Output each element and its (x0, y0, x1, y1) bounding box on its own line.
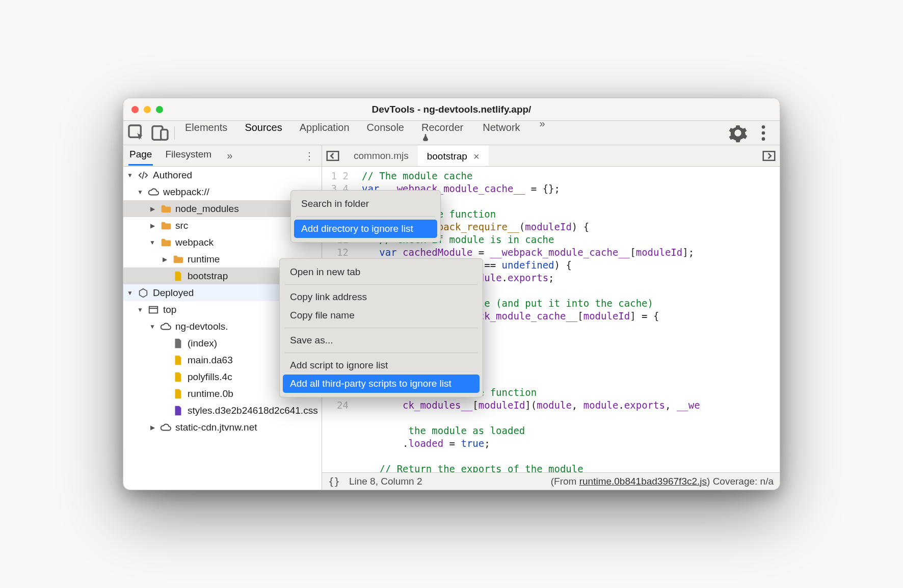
ctx-separator (285, 328, 477, 328)
cloud-icon (160, 321, 171, 332)
editor-tabstrip: common.mjs bootstrap × (322, 145, 780, 167)
navigator-tabs: Page Filesystem » ⋮ (123, 145, 322, 167)
tab-recorder[interactable]: Recorder (420, 118, 466, 148)
tree-label: runtime (188, 254, 220, 265)
tab-sources[interactable]: Sources (244, 118, 283, 148)
folder-icon (160, 237, 171, 248)
chevron-right-icon (149, 222, 156, 229)
ctx-save-as[interactable]: Save as... (283, 331, 480, 350)
more-tabs-button[interactable]: » (537, 118, 548, 148)
frame-icon (148, 304, 159, 315)
main-toolbar: Elements Sources Application Console Rec… (123, 121, 780, 145)
chevron-down-icon (126, 172, 134, 179)
tab-recorder-label: Recorder (421, 122, 463, 133)
chevron-down-icon (126, 289, 134, 297)
js-file-icon (172, 355, 183, 366)
ctx-add-script-ignore[interactable]: Add script to ignore list (283, 356, 480, 375)
file-tab-common[interactable]: common.mjs (344, 145, 418, 166)
navigator-tab-page[interactable]: Page (128, 146, 153, 166)
source-origin-link[interactable]: runtime.0b841bad3967f3c2.js (579, 476, 707, 487)
navigator-options-icon[interactable]: ⋮ (302, 150, 316, 162)
tree-label: Authored (153, 170, 192, 181)
chevron-right-icon (149, 205, 156, 212)
svg-rect-6 (149, 306, 158, 313)
ctx-open-new-tab[interactable]: Open in new tab (283, 263, 480, 281)
ctx-copy-filename[interactable]: Copy file name (283, 306, 480, 325)
file-tab-label: bootstrap (427, 151, 467, 162)
svg-rect-8 (763, 151, 775, 161)
ctx-add-dir-ignore[interactable]: Add directory to ignore list (294, 220, 437, 238)
ctx-separator (285, 284, 477, 285)
navigator-tab-filesystem[interactable]: Filesystem (164, 146, 213, 166)
chevron-right-icon (161, 256, 168, 263)
tree-authored[interactable]: Authored (123, 167, 322, 183)
flask-icon (421, 133, 465, 142)
js-file-icon (172, 271, 183, 282)
file-tab-label: common.mjs (354, 150, 409, 162)
pretty-print-icon[interactable]: {} (328, 476, 340, 487)
tree-label: node_modules (175, 203, 239, 215)
tab-application[interactable]: Application (299, 118, 351, 148)
more-tabs-right-icon[interactable] (761, 148, 777, 164)
document-icon (172, 338, 183, 349)
kebab-menu-icon[interactable] (753, 123, 774, 143)
file-tab-bootstrap[interactable]: bootstrap × (418, 145, 489, 166)
chevron-right-icon (149, 424, 156, 431)
chevron-down-icon (137, 189, 144, 196)
svg-rect-7 (327, 151, 339, 161)
tab-network[interactable]: Network (482, 118, 521, 148)
navigator-more-button[interactable]: » (224, 150, 235, 162)
tree-label: (index) (188, 338, 217, 349)
tree-label: main.da63 (188, 355, 233, 366)
tree-label: polyfills.4c (188, 371, 232, 383)
window-title: DevTools - ng-devtools.netlify.app/ (123, 104, 780, 115)
tree-label: bootstrap (188, 271, 228, 282)
tab-console[interactable]: Console (366, 118, 405, 148)
settings-gear-icon[interactable] (728, 123, 748, 143)
tree-label: styles.d3e2b24618d2c641.css (188, 405, 318, 416)
tree-label: webpack (175, 237, 214, 248)
tree-label: runtime.0b (188, 388, 233, 399)
cloud-icon (148, 186, 159, 198)
tree-label: webpack:// (163, 186, 209, 198)
package-icon (138, 287, 149, 299)
js-file-icon (172, 371, 183, 383)
ctx-add-all-ignore[interactable]: Add all third-party scripts to ignore li… (283, 375, 480, 393)
tree-stylescss[interactable]: styles.d3e2b24618d2c641.css (123, 402, 322, 419)
folder-icon (160, 203, 171, 215)
tree-staticcdn[interactable]: static-cdn.jtvnw.net (123, 419, 322, 436)
close-icon[interactable]: × (473, 151, 480, 163)
panel-tabs: Elements Sources Application Console Rec… (184, 118, 725, 148)
svg-rect-2 (161, 129, 168, 140)
inspect-element-icon[interactable] (126, 123, 147, 143)
devtools-window: DevTools - ng-devtools.netlify.app/ Elem… (123, 98, 780, 490)
css-file-icon (172, 405, 183, 416)
device-toolbar-icon[interactable] (150, 123, 170, 143)
chevron-down-icon (137, 306, 144, 313)
ctx-copy-link[interactable]: Copy link address (283, 288, 480, 306)
tree-label: src (175, 220, 188, 231)
cloud-icon (160, 422, 171, 433)
tree-label: ng-devtools. (175, 321, 228, 332)
tree-label: top (163, 304, 176, 315)
svg-point-5 (762, 137, 765, 141)
folder-context-menu: Search in folder Add directory to ignore… (290, 190, 441, 243)
file-context-menu: Open in new tab Copy link address Copy f… (279, 258, 483, 397)
svg-point-3 (762, 125, 765, 129)
chevron-down-icon (149, 239, 156, 246)
tab-elements[interactable]: Elements (184, 118, 228, 148)
nav-back-icon[interactable] (325, 148, 340, 164)
ctx-separator (285, 353, 477, 353)
code-icon (138, 170, 149, 181)
svg-point-4 (762, 131, 765, 135)
toolbar-separator (174, 126, 175, 140)
status-bar: {} Line 8, Column 2 (From runtime.0b841b… (322, 472, 780, 490)
js-file-icon (172, 388, 183, 399)
chevron-down-icon (149, 323, 156, 330)
titlebar: DevTools - ng-devtools.netlify.app/ (123, 98, 780, 121)
ctx-separator (296, 216, 435, 217)
ctx-search-in-folder[interactable]: Search in folder (294, 195, 437, 213)
cursor-position: Line 8, Column 2 (349, 476, 422, 487)
folder-icon (160, 220, 171, 231)
folder-icon (172, 254, 183, 265)
